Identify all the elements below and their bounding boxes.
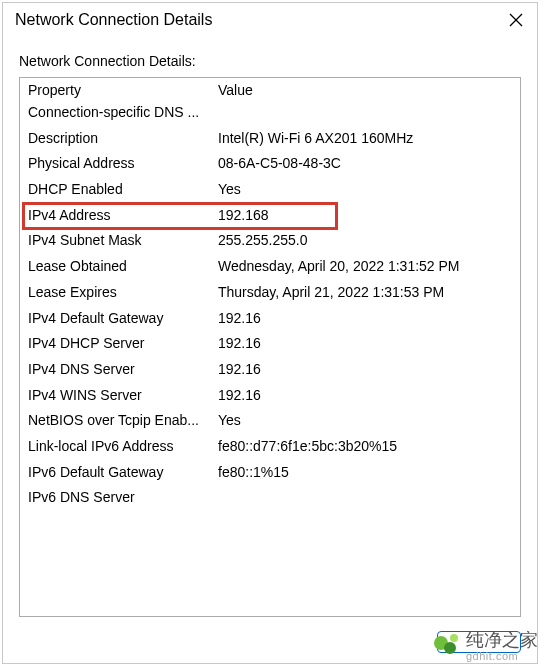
details-listbox[interactable]: Property Value Connection-specific DNS .… <box>19 77 521 617</box>
property-cell: Link-local IPv6 Address <box>28 436 218 458</box>
value-cell: Yes <box>218 410 512 432</box>
value-cell: 192.16 <box>218 333 512 355</box>
table-row[interactable]: DHCP EnabledYes <box>20 177 520 203</box>
value-cell: Thursday, April 21, 2022 1:31:53 PM <box>218 282 512 304</box>
table-row[interactable]: Connection-specific DNS ... <box>20 100 520 126</box>
property-cell: IPv4 Subnet Mask <box>28 230 218 252</box>
property-cell: IPv4 Default Gateway <box>28 308 218 330</box>
table-row[interactable]: IPv6 DNS Server <box>20 485 520 511</box>
value-cell: 08-6A-C5-08-48-3C <box>218 153 512 175</box>
value-cell: 192.16 <box>218 308 512 330</box>
property-cell: IPv4 Address <box>28 205 218 227</box>
property-cell: IPv6 Default Gateway <box>28 462 218 484</box>
property-cell: NetBIOS over Tcpip Enab... <box>28 410 218 432</box>
value-cell: Wednesday, April 20, 2022 1:31:52 PM <box>218 256 512 278</box>
dialog-window: Network Connection Details Network Conne… <box>2 2 538 664</box>
rows-container: Connection-specific DNS ...DescriptionIn… <box>20 100 520 511</box>
value-cell: fe80::d77:6f1e:5bc:3b20%15 <box>218 436 512 458</box>
value-cell: 192.16 <box>218 359 512 381</box>
property-cell: DHCP Enabled <box>28 179 218 201</box>
titlebar: Network Connection Details <box>3 3 537 35</box>
property-cell: IPv4 WINS Server <box>28 385 218 407</box>
section-label: Network Connection Details: <box>3 35 537 75</box>
close-button[interactable] <box>505 9 527 31</box>
property-cell: Connection-specific DNS ... <box>28 102 218 124</box>
value-cell: Yes <box>218 179 512 201</box>
table-row[interactable]: IPv4 Address192.168 <box>20 203 520 229</box>
value-cell: 192.16 <box>218 385 512 407</box>
property-cell: Lease Expires <box>28 282 218 304</box>
value-cell: fe80::1%15 <box>218 462 512 484</box>
table-row[interactable]: IPv6 Default Gatewayfe80::1%15 <box>20 460 520 486</box>
header-property: Property <box>28 82 218 98</box>
table-row[interactable]: Physical Address08-6A-C5-08-48-3C <box>20 151 520 177</box>
table-row[interactable]: IPv4 DNS Server192.16 <box>20 357 520 383</box>
table-row[interactable]: NetBIOS over Tcpip Enab...Yes <box>20 408 520 434</box>
property-cell: IPv4 DNS Server <box>28 359 218 381</box>
table-row[interactable]: IPv4 WINS Server192.16 <box>20 383 520 409</box>
table-row[interactable]: Lease ExpiresThursday, April 21, 2022 1:… <box>20 280 520 306</box>
property-cell: IPv6 DNS Server <box>28 487 218 509</box>
close-icon <box>509 13 523 27</box>
table-row[interactable]: IPv4 Subnet Mask255.255.255.0 <box>20 228 520 254</box>
close-dialog-button[interactable] <box>437 631 521 653</box>
table-row[interactable]: IPv4 DHCP Server192.16 <box>20 331 520 357</box>
property-cell: IPv4 DHCP Server <box>28 333 218 355</box>
value-cell: 192.168 <box>218 205 512 227</box>
property-cell: Lease Obtained <box>28 256 218 278</box>
value-cell <box>218 102 512 124</box>
table-row[interactable]: IPv4 Default Gateway192.16 <box>20 306 520 332</box>
value-cell: 255.255.255.0 <box>218 230 512 252</box>
column-headers: Property Value <box>20 78 520 100</box>
value-cell <box>218 487 512 509</box>
property-cell: Description <box>28 128 218 150</box>
header-value: Value <box>218 82 512 98</box>
table-row[interactable]: Link-local IPv6 Addressfe80::d77:6f1e:5b… <box>20 434 520 460</box>
table-row[interactable]: Lease ObtainedWednesday, April 20, 2022 … <box>20 254 520 280</box>
window-title: Network Connection Details <box>15 11 212 29</box>
table-row[interactable]: DescriptionIntel(R) Wi-Fi 6 AX201 160MHz <box>20 126 520 152</box>
value-cell: Intel(R) Wi-Fi 6 AX201 160MHz <box>218 128 512 150</box>
property-cell: Physical Address <box>28 153 218 175</box>
